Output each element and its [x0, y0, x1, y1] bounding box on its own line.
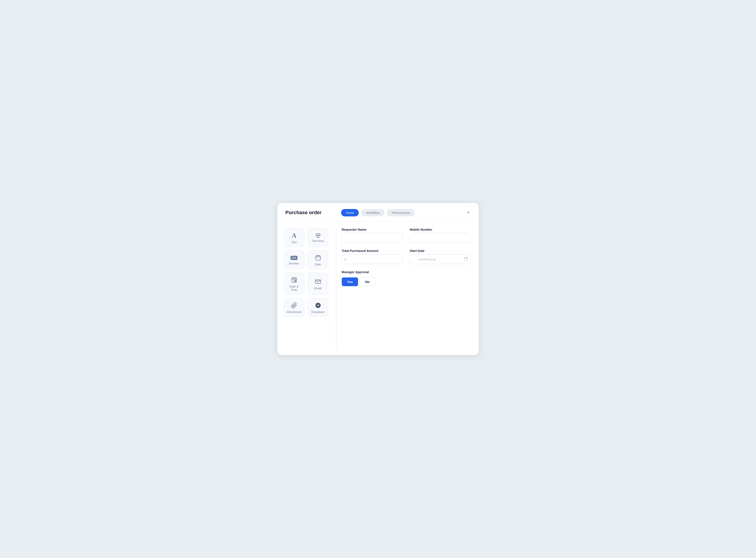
- number-icon: 123: [291, 256, 298, 260]
- sidebar-label-attachment: Attachment: [287, 310, 301, 314]
- dropdown-icon: [315, 302, 321, 308]
- sidebar-item-dropdown[interactable]: Dropdown: [308, 298, 328, 317]
- tab-form[interactable]: Form: [341, 209, 359, 217]
- close-button[interactable]: ×: [466, 209, 470, 216]
- tab-group: Form Workflow Permissions: [341, 209, 415, 217]
- input-start-date[interactable]: [410, 254, 470, 264]
- sidebar-item-textarea[interactable]: Text Area: [308, 228, 328, 247]
- sidebar-item-email[interactable]: Email: [308, 273, 328, 295]
- input-requester-name[interactable]: [342, 233, 403, 243]
- form-row-2: Total Purchased Amount $ Start Date: [342, 249, 471, 264]
- form-row-1: Requester Name Mobile Number: [342, 228, 471, 243]
- datetime-icon: [291, 277, 297, 283]
- sidebar-label-dropdown: Dropdown: [311, 310, 324, 314]
- tab-permissions[interactable]: Permissions: [387, 209, 415, 217]
- text-icon: A: [292, 232, 297, 239]
- sidebar-label-email: Email: [314, 287, 322, 290]
- sidebar-divider: [336, 228, 336, 349]
- email-icon: [315, 279, 321, 285]
- svg-point-10: [315, 303, 320, 308]
- label-manager-approval: Manager Approval: [342, 270, 471, 274]
- sidebar-item-text[interactable]: A Text: [284, 228, 304, 247]
- label-requester-name: Requester Name: [342, 228, 403, 231]
- sidebar-label-date: Date: [315, 263, 321, 266]
- label-mobile-number: Mobile Number: [410, 228, 470, 231]
- sidebar-item-attachment[interactable]: Attachment: [284, 298, 304, 317]
- sidebar-label-datetime: Date & Time: [286, 285, 302, 291]
- attachment-icon: [291, 302, 297, 308]
- field-type-sidebar: A Text Text Area 123 Number: [284, 228, 331, 349]
- form-group-mobile-number: Mobile Number: [410, 228, 470, 243]
- sidebar-item-number[interactable]: 123 Number: [284, 250, 304, 270]
- label-total-amount: Total Purchased Amount: [342, 249, 403, 253]
- input-total-amount[interactable]: [342, 254, 403, 264]
- purchase-order-modal: Purchase order Form Workflow Permissions…: [277, 203, 479, 355]
- tab-workflow[interactable]: Workflow: [361, 209, 385, 217]
- svg-rect-0: [316, 256, 320, 260]
- sidebar-label-text: Text: [291, 240, 297, 244]
- approval-button-group: Yes No: [342, 277, 471, 286]
- modal-header: Purchase order Form Workflow Permissions…: [277, 203, 479, 222]
- form-group-approval: Manager Approval Yes No: [342, 270, 471, 286]
- modal-body: A Text Text Area 123 Number: [277, 222, 479, 355]
- approval-no-button[interactable]: No: [360, 277, 375, 286]
- sidebar-label-textarea: Text Area: [312, 239, 324, 243]
- total-amount-input-wrapper: $: [342, 254, 403, 264]
- sidebar-item-date[interactable]: Date: [308, 250, 328, 270]
- input-mobile-number[interactable]: [410, 233, 470, 243]
- approval-yes-button[interactable]: Yes: [342, 277, 358, 286]
- form-group-start-date: Start Date: [410, 249, 470, 264]
- sidebar-item-datetime[interactable]: Date & Time: [284, 273, 304, 295]
- form-group-requester-name: Requester Name: [342, 228, 403, 243]
- label-start-date: Start Date: [410, 249, 470, 253]
- sidebar-label-number: Number: [289, 262, 299, 265]
- textarea-icon: [316, 234, 320, 237]
- modal-title: Purchase order: [286, 210, 321, 215]
- date-icon: [315, 255, 321, 261]
- start-date-input-wrapper: [410, 254, 470, 264]
- form-group-total-amount: Total Purchased Amount $: [342, 249, 403, 264]
- form-area: Requester Name Mobile Number Total Purch…: [342, 228, 471, 349]
